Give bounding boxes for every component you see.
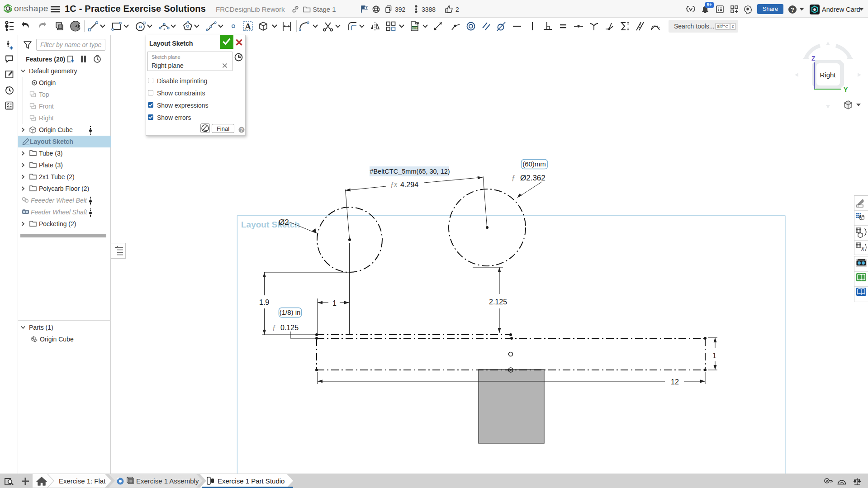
svg-text:2.125: 2.125 bbox=[489, 298, 507, 306]
svg-text:(60)mm: (60)mm bbox=[522, 160, 546, 168]
svg-text:Exercise 1: Flat: Exercise 1: Flat bbox=[59, 477, 106, 485]
svg-text:4.294: 4.294 bbox=[400, 181, 418, 189]
svg-text:ƒ: ƒ bbox=[512, 174, 515, 181]
svg-text:#BeltCTC_5mm(65, 30, 12): #BeltCTC_5mm(65, 30, 12) bbox=[370, 168, 450, 175]
svg-text:0.125: 0.125 bbox=[280, 324, 299, 332]
svg-text:1.9: 1.9 bbox=[259, 298, 269, 306]
svg-text:Layout Sketch: Layout Sketch bbox=[241, 220, 300, 229]
svg-text:(1/8) in: (1/8) in bbox=[280, 308, 301, 316]
svg-text:Z: Z bbox=[811, 55, 816, 62]
svg-text:A: A bbox=[245, 22, 251, 31]
svg-text:12: 12 bbox=[671, 378, 679, 386]
svg-text:1: 1 bbox=[332, 299, 337, 307]
svg-text:?: ? bbox=[240, 128, 243, 133]
svg-text:Right: Right bbox=[820, 71, 836, 79]
svg-text:DXF: DXF bbox=[412, 27, 417, 29]
svg-text:Y: Y bbox=[844, 86, 848, 93]
svg-text:ƒx: ƒx bbox=[390, 180, 397, 188]
svg-text:Ø2: Ø2 bbox=[279, 218, 289, 227]
svg-text:ƒ: ƒ bbox=[272, 323, 276, 331]
svg-text:Exercise 1 Assembly: Exercise 1 Assembly bbox=[136, 477, 199, 485]
svg-text:Exercise 1 Part Studio: Exercise 1 Part Studio bbox=[218, 477, 285, 485]
svg-text:Ø2.362: Ø2.362 bbox=[520, 174, 545, 182]
svg-text:?: ? bbox=[791, 6, 794, 13]
svg-text:x: x bbox=[861, 245, 864, 252]
svg-text:1: 1 bbox=[712, 352, 716, 360]
